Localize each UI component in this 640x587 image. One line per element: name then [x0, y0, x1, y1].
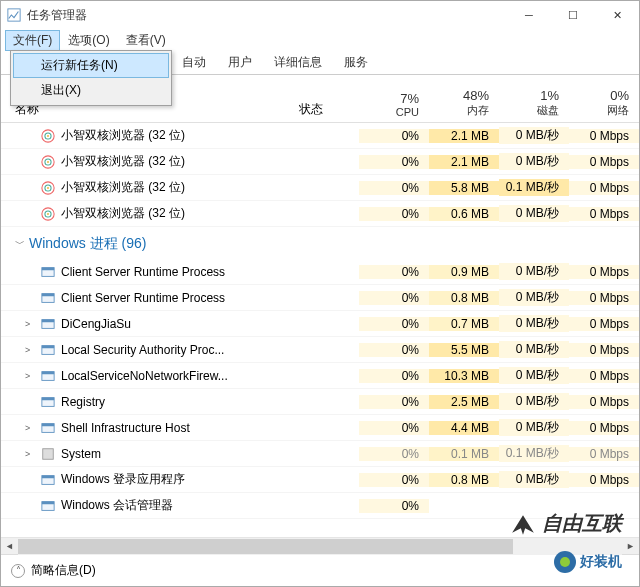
scroll-right-arrow[interactable]: ► — [622, 538, 639, 555]
svg-point-3 — [47, 134, 49, 136]
group-windows-processes[interactable]: ﹀Windows 进程 (96) — [1, 227, 639, 259]
cpu-cell: 0% — [359, 207, 429, 221]
tab-details[interactable]: 详细信息 — [263, 50, 333, 74]
process-name: Windows 会话管理器 — [61, 497, 173, 514]
expand-icon[interactable]: > — [25, 319, 35, 329]
process-name-cell: > Shell Infrastructure Host — [1, 421, 299, 435]
disk-cell: 0 MB/秒 — [499, 289, 569, 306]
memory-cell: 2.1 MB — [429, 129, 499, 143]
process-row[interactable]: Windows 登录应用程序 0% 0.8 MB 0 MB/秒 0 Mbps — [1, 467, 639, 493]
process-name-cell: > Local Security Authority Proc... — [1, 343, 299, 357]
memory-cell: 0.9 MB — [429, 265, 499, 279]
expand-icon[interactable]: > — [25, 345, 35, 355]
network-cell: 0 Mbps — [569, 369, 639, 383]
cpu-cell: 0% — [359, 129, 429, 143]
cpu-cell: 0% — [359, 181, 429, 195]
process-name: Local Security Authority Proc... — [61, 343, 224, 357]
maximize-button[interactable]: ☐ — [551, 1, 595, 29]
col-network[interactable]: 0%网络 — [569, 88, 639, 118]
process-list[interactable]: 小智双核浏览器 (32 位) 0% 2.1 MB 0 MB/秒 0 Mbps 小… — [1, 123, 639, 537]
disk-cell: 0 MB/秒 — [499, 205, 569, 222]
cpu-cell: 0% — [359, 265, 429, 279]
process-row[interactable]: Client Server Runtime Process 0% 0.9 MB … — [1, 259, 639, 285]
svg-point-12 — [47, 212, 49, 214]
process-name: 小智双核浏览器 (32 位) — [61, 127, 185, 144]
tab-startup[interactable]: 自动 — [171, 50, 217, 74]
process-name: 小智双核浏览器 (32 位) — [61, 205, 185, 222]
menu-options[interactable]: 选项(O) — [60, 30, 117, 51]
menu-item-new-task[interactable]: 运行新任务(N) — [13, 53, 169, 78]
process-row[interactable]: > DiCengJiaSu 0% 0.7 MB 0 MB/秒 0 Mbps — [1, 311, 639, 337]
disk-cell: 0 MB/秒 — [499, 315, 569, 332]
process-name-cell: > DiCengJiaSu — [1, 317, 299, 331]
process-row[interactable]: > LocalServiceNoNetworkFirew... 0% 10.3 … — [1, 363, 639, 389]
svg-rect-22 — [42, 371, 54, 374]
network-cell: 0 Mbps — [569, 395, 639, 409]
chevron-down-icon: ﹀ — [15, 237, 25, 251]
svg-rect-26 — [42, 423, 54, 426]
process-name-cell: Registry — [1, 395, 299, 409]
memory-cell: 0.6 MB — [429, 207, 499, 221]
process-row[interactable]: > Local Security Authority Proc... 0% 5.… — [1, 337, 639, 363]
expand-icon[interactable]: > — [25, 371, 35, 381]
process-row[interactable]: 小智双核浏览器 (32 位) 0% 2.1 MB 0 MB/秒 0 Mbps — [1, 149, 639, 175]
disk-cell: 0 MB/秒 — [499, 471, 569, 488]
cpu-cell: 0% — [359, 317, 429, 331]
watermark-1: 自由互联 — [510, 510, 622, 537]
cpu-cell: 0% — [359, 421, 429, 435]
watermark-text-2: 好装机 — [580, 553, 622, 571]
group-label: Windows 进程 (96) — [29, 235, 146, 253]
col-memory[interactable]: 48%内存 — [429, 88, 499, 118]
brief-info-link[interactable]: 简略信息(D) — [31, 562, 96, 579]
close-button[interactable]: ✕ — [595, 1, 639, 29]
task-manager-window: 任务管理器 ─ ☐ ✕ 文件(F) 选项(O) 查看(V) 运行新任务(N) 退… — [0, 0, 640, 587]
expand-icon[interactable]: > — [25, 423, 35, 433]
memory-cell: 0.8 MB — [429, 291, 499, 305]
disk-cell: 0 MB/秒 — [499, 263, 569, 280]
horizontal-scrollbar[interactable]: ◄ ► — [1, 537, 639, 554]
process-name-cell: Client Server Runtime Process — [1, 291, 299, 305]
tab-services[interactable]: 服务 — [333, 50, 379, 74]
scroll-left-arrow[interactable]: ◄ — [1, 538, 18, 555]
tab-users[interactable]: 用户 — [217, 50, 263, 74]
cpu-cell: 0% — [359, 395, 429, 409]
file-menu-dropdown: 运行新任务(N) 退出(X) — [10, 50, 172, 106]
process-row[interactable]: Client Server Runtime Process 0% 0.8 MB … — [1, 285, 639, 311]
scroll-track[interactable] — [18, 538, 622, 555]
svg-rect-29 — [42, 475, 54, 478]
process-name-cell: 小智双核浏览器 (32 位) — [1, 205, 299, 222]
col-cpu[interactable]: 7%CPU — [359, 91, 429, 118]
memory-cell: 5.8 MB — [429, 181, 499, 195]
process-row[interactable]: 小智双核浏览器 (32 位) 0% 0.6 MB 0 MB/秒 0 Mbps — [1, 201, 639, 227]
cpu-cell: 0% — [359, 499, 429, 513]
minimize-button[interactable]: ─ — [507, 1, 551, 29]
menu-file[interactable]: 文件(F) — [5, 30, 60, 51]
disk-cell: 0 MB/秒 — [499, 153, 569, 170]
process-name: System — [61, 447, 101, 461]
expand-icon[interactable]: > — [25, 449, 35, 459]
title-bar[interactable]: 任务管理器 ─ ☐ ✕ — [1, 1, 639, 29]
process-row[interactable]: Registry 0% 2.5 MB 0 MB/秒 0 Mbps — [1, 389, 639, 415]
process-name: Registry — [61, 395, 105, 409]
memory-cell: 0.8 MB — [429, 473, 499, 487]
process-name: LocalServiceNoNetworkFirew... — [61, 369, 228, 383]
process-name-cell: Windows 会话管理器 — [1, 497, 299, 514]
svg-rect-16 — [42, 293, 54, 296]
col-disk[interactable]: 1%磁盘 — [499, 88, 569, 118]
svg-rect-27 — [43, 448, 54, 459]
col-status[interactable]: 状态 — [299, 101, 359, 118]
process-row[interactable]: > System 0% 0.1 MB 0.1 MB/秒 0 Mbps — [1, 441, 639, 467]
menu-view[interactable]: 查看(V) — [118, 30, 174, 51]
memory-cell: 10.3 MB — [429, 369, 499, 383]
network-cell: 0 Mbps — [569, 129, 639, 143]
process-row[interactable]: 小智双核浏览器 (32 位) 0% 5.8 MB 0.1 MB/秒 0 Mbps — [1, 175, 639, 201]
app-icon — [7, 8, 21, 22]
process-name-cell: 小智双核浏览器 (32 位) — [1, 153, 299, 170]
network-cell: 0 Mbps — [569, 317, 639, 331]
scroll-thumb[interactable] — [18, 539, 513, 554]
menu-item-exit[interactable]: 退出(X) — [13, 78, 169, 103]
process-row[interactable]: > Shell Infrastructure Host 0% 4.4 MB 0 … — [1, 415, 639, 441]
memory-cell: 0.7 MB — [429, 317, 499, 331]
process-row[interactable]: 小智双核浏览器 (32 位) 0% 2.1 MB 0 MB/秒 0 Mbps — [1, 123, 639, 149]
process-name-cell: > LocalServiceNoNetworkFirew... — [1, 369, 299, 383]
